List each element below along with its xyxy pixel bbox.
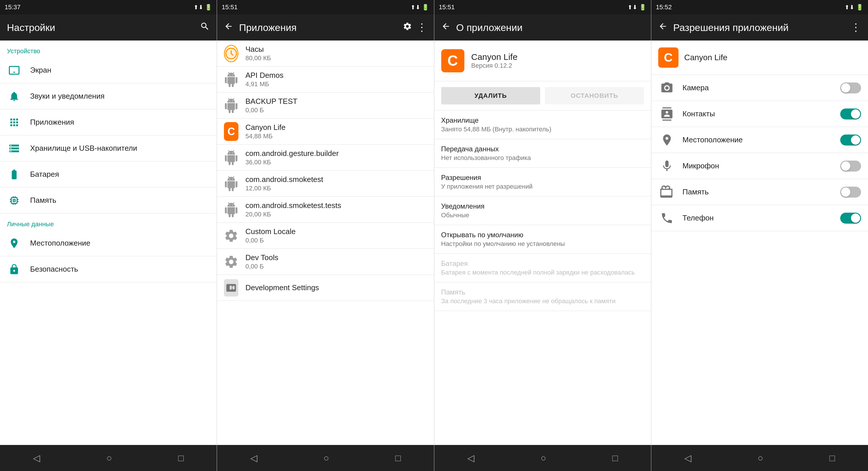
toggle-location[interactable] — [840, 134, 861, 146]
canyon-life-icon: C — [441, 49, 464, 72]
perm-item-location[interactable]: Местоположение — [651, 127, 868, 153]
info-battery: Батарея Батарея с момента последней полн… — [434, 254, 651, 282]
info-data-transfer[interactable]: Передача данных Нет использованного траф… — [434, 139, 651, 168]
toolbar-1: Настройки — [0, 14, 217, 40]
app-size-canyon: 54,88 МБ — [245, 132, 286, 140]
app-name-dev-settings: Development Settings — [245, 283, 319, 292]
section-device: Устройство — [0, 40, 217, 57]
settings-icon-2[interactable] — [403, 22, 412, 33]
app-item-api-demos[interactable]: API Demos 4,91 МБ — [217, 67, 434, 93]
perm-item-storage[interactable]: Память — [651, 179, 868, 205]
app-item-dev-settings[interactable]: Development Settings — [217, 275, 434, 301]
settings-item-security[interactable]: Безопасность — [0, 256, 217, 282]
more-icon-2[interactable]: ⋮ — [416, 22, 427, 34]
perm-app-icon: C — [658, 48, 679, 68]
back-btn-2[interactable]: ◁ — [242, 449, 266, 466]
stop-button[interactable]: ОСТАНОВИТЬ — [545, 87, 644, 104]
perm-label-location: Местоположение — [683, 135, 840, 145]
toggle-storage[interactable] — [840, 187, 861, 198]
settings-item-location[interactable]: Местоположение — [0, 230, 217, 256]
status-icons-3: ⬆⬇ 🔋 — [627, 4, 646, 11]
perm-item-contacts[interactable]: Контакты — [651, 101, 868, 127]
location-icon-perm — [658, 131, 676, 149]
settings-item-display[interactable]: Экран — [0, 57, 217, 83]
perm-label-phone: Телефон — [683, 214, 840, 222]
info-notifications[interactable]: Уведомления Обычные — [434, 196, 651, 225]
mic-icon — [658, 157, 676, 175]
battery-icon — [7, 167, 22, 182]
perm-app-header: C Canyon Life — [651, 40, 868, 75]
app-item-dev-tools[interactable]: Dev Tools 0,00 Б — [217, 249, 434, 275]
recents-btn-3[interactable]: □ — [603, 450, 626, 466]
app-item-clock[interactable]: Часы 80,00 КБ — [217, 40, 434, 67]
recents-btn-2[interactable]: □ — [386, 450, 409, 466]
app-name-clock: Часы — [245, 45, 271, 54]
perm-label-storage: Память — [683, 187, 840, 196]
app-item-gesture[interactable]: com.android.gesture.builder 36,00 КБ — [217, 145, 434, 171]
back-btn-3[interactable]: ◁ — [459, 449, 483, 466]
info-memory-subtitle: За последние 3 часа приложение не обраща… — [441, 297, 644, 305]
app-item-custom-locale[interactable]: Custom Locale 0,00 Б — [217, 223, 434, 249]
contacts-icon — [658, 105, 676, 123]
toolbar-title-2: Приложения — [239, 22, 396, 33]
app-size-backup: 0,00 Б — [245, 106, 298, 114]
panel-permissions: 15:52 ⬆⬇ 🔋 Разрешения приложений ⋮ C Can… — [651, 0, 868, 471]
search-icon-1[interactable] — [200, 22, 210, 34]
status-time-1: 15:37 — [5, 3, 21, 11]
back-icon-2[interactable] — [224, 22, 233, 33]
app-icon-api-demos — [224, 72, 239, 87]
info-defaults[interactable]: Открывать по умолчанию Настройки по умол… — [434, 225, 651, 254]
toolbar-title-4: Разрешения приложений — [673, 22, 844, 33]
app-item-smoketest[interactable]: com.android.smoketest 12,00 КБ — [217, 171, 434, 197]
toggle-mic[interactable] — [840, 161, 861, 171]
app-size-custom-locale: 0,00 Б — [245, 237, 296, 244]
perm-item-camera[interactable]: Камера — [651, 75, 868, 101]
delete-button[interactable]: УДАЛИТЬ — [441, 87, 540, 104]
home-btn-2[interactable]: ○ — [315, 450, 338, 466]
settings-item-memory[interactable]: Память — [0, 187, 217, 214]
home-btn-4[interactable]: ○ — [749, 450, 772, 466]
display-icon — [7, 63, 22, 77]
location-icon-1 — [7, 236, 22, 251]
back-icon-4[interactable] — [658, 22, 668, 33]
back-btn-1[interactable]: ◁ — [24, 449, 49, 466]
toolbar-3: О приложении — [434, 14, 651, 40]
app-icon-dev-tools — [224, 255, 239, 269]
settings-item-storage[interactable]: Хранилище и USB-накопители — [0, 135, 217, 161]
perm-item-mic[interactable]: Микрофон — [651, 153, 868, 179]
panel-app-info: 15:51 ⬆⬇ 🔋 О приложении C Canyon Life Ве… — [434, 0, 651, 471]
settings-item-sound[interactable]: Звуки и уведомления — [0, 83, 217, 109]
app-item-smoketest-tests[interactable]: com.android.smoketest.tests 20,00 КБ — [217, 197, 434, 223]
info-storage[interactable]: Хранилище Занято 54,88 МБ (Внутр. накопи… — [434, 111, 651, 139]
toggle-phone[interactable] — [840, 213, 861, 224]
perm-app-name: Canyon Life — [684, 53, 727, 62]
app-item-backup[interactable]: BACKUP TEST 0,00 Б — [217, 93, 434, 119]
info-notifications-title: Уведомления — [441, 202, 644, 210]
settings-item-apps[interactable]: Приложения — [0, 109, 217, 135]
app-item-canyon[interactable]: C Canyon Life 54,88 МБ — [217, 119, 434, 145]
app-name-custom-locale: Custom Locale — [245, 227, 296, 236]
app-action-buttons: УДАЛИТЬ ОСТАНОВИТЬ — [434, 81, 651, 111]
app-info-version: Версия 0.12.2 — [471, 62, 518, 69]
recents-btn-1[interactable]: □ — [169, 450, 192, 466]
back-icon-3[interactable] — [441, 22, 451, 33]
home-btn-3[interactable]: ○ — [532, 450, 555, 466]
info-permissions[interactable]: Разрешения У приложения нет разрешений — [434, 168, 651, 196]
info-data-subtitle: Нет использованного трафика — [441, 154, 644, 162]
apps-icon — [7, 115, 22, 130]
perm-item-phone[interactable]: Телефон — [651, 205, 868, 231]
memory-icon — [7, 193, 22, 208]
info-notifications-subtitle: Обычные — [441, 212, 644, 219]
info-defaults-title: Открывать по умолчанию — [441, 231, 644, 239]
status-icons-4: ⬆⬇ 🔋 — [844, 4, 863, 11]
recents-btn-4[interactable]: □ — [820, 450, 843, 466]
home-btn-1[interactable]: ○ — [98, 450, 121, 466]
panel-apps: 15:51 ⬆⬇ 🔋 Приложения ⋮ Часы 80,00 КБ — [217, 0, 434, 471]
settings-item-battery[interactable]: Батарея — [0, 161, 217, 187]
toolbar-title-1: Настройки — [7, 22, 193, 33]
toggle-camera[interactable] — [840, 83, 861, 93]
more-icon-4[interactable]: ⋮ — [850, 22, 861, 34]
info-permissions-title: Разрешения — [441, 174, 644, 182]
back-btn-4[interactable]: ◁ — [676, 449, 700, 466]
toggle-contacts[interactable] — [840, 108, 861, 120]
